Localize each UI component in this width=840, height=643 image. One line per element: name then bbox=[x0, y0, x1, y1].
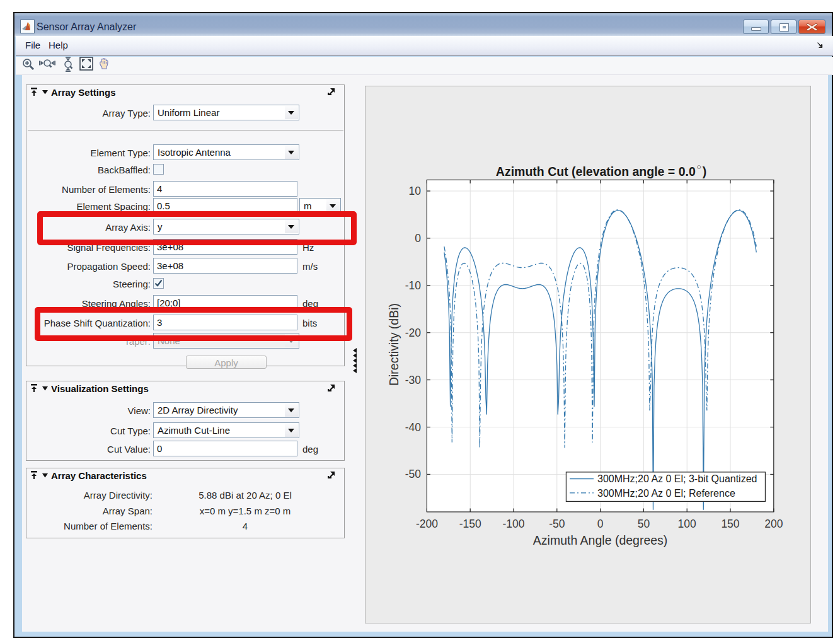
svg-text:100: 100 bbox=[678, 518, 696, 530]
svg-text:300MHz;20 Az 0 El; 3-bit Quant: 300MHz;20 Az 0 El; 3-bit Quantized bbox=[597, 473, 757, 484]
svg-text:-20: -20 bbox=[405, 327, 422, 339]
svg-text:Directivity (dBi): Directivity (dBi) bbox=[387, 303, 401, 386]
svg-text:0: 0 bbox=[415, 232, 421, 245]
svg-text:-30: -30 bbox=[405, 374, 422, 386]
svg-text:10: 10 bbox=[409, 185, 422, 197]
svg-text:300MHz;20 Az 0 El; Reference: 300MHz;20 Az 0 El; Reference bbox=[597, 488, 735, 499]
svg-text:-100: -100 bbox=[502, 518, 524, 530]
svg-text:0: 0 bbox=[597, 518, 604, 530]
svg-text:-200: -200 bbox=[416, 518, 438, 530]
svg-text:-150: -150 bbox=[459, 518, 481, 530]
svg-text:-50: -50 bbox=[405, 468, 422, 480]
svg-text:150: 150 bbox=[721, 518, 739, 530]
svg-text:Azimuth Angle (degrees): Azimuth Angle (degrees) bbox=[533, 533, 668, 547]
svg-text:Azimuth Cut (elevation angle =: Azimuth Cut (elevation angle = 0.0○) bbox=[496, 162, 706, 178]
svg-text:200: 200 bbox=[764, 518, 783, 530]
svg-text:50: 50 bbox=[638, 518, 650, 530]
svg-text:-10: -10 bbox=[405, 279, 422, 292]
svg-text:-40: -40 bbox=[405, 421, 422, 434]
svg-text:-50: -50 bbox=[549, 518, 565, 530]
